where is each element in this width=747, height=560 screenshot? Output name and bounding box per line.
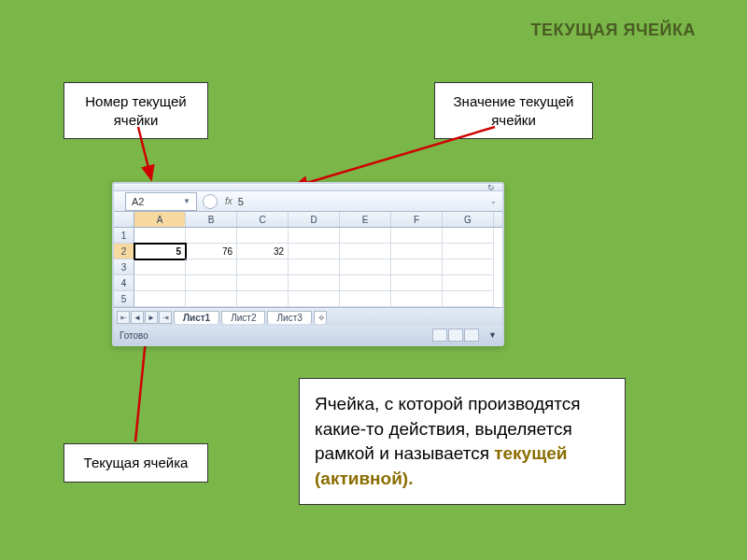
sheet-tab-3[interactable]: Лист3 xyxy=(267,311,311,324)
cell-B2[interactable]: 76 xyxy=(186,244,237,259)
row-3: 3 xyxy=(114,259,502,275)
cell-F2[interactable] xyxy=(391,244,443,259)
column-header-E[interactable]: E xyxy=(340,212,391,227)
callout-cell-number: Номер текущей ячейки xyxy=(63,82,208,139)
cell-F5[interactable] xyxy=(391,291,443,307)
cell-D4[interactable] xyxy=(289,275,340,291)
definition-box: Ячейка, с которой производятся какие-то … xyxy=(299,378,626,505)
sheet-tab-bar: ⇤ ◄ ► ⇥ Лист1 Лист2 Лист3 ✧ xyxy=(114,307,502,326)
formula-bar-expand-icon[interactable]: ⌄ xyxy=(490,197,497,205)
cell-F3[interactable] xyxy=(391,259,443,275)
row-header-1[interactable]: 1 xyxy=(114,228,134,244)
cell-D3[interactable] xyxy=(289,259,340,275)
row-header-4[interactable]: 4 xyxy=(114,275,134,291)
view-pagebreak-icon[interactable] xyxy=(464,329,479,342)
cell-D2[interactable] xyxy=(289,244,340,259)
callout-cell-value: Значение текущей ячейки xyxy=(434,82,593,139)
cell-E4[interactable] xyxy=(340,275,391,291)
sheet-tab-2[interactable]: Лист2 xyxy=(221,311,265,324)
sheet-nav-last-icon[interactable]: ⇥ xyxy=(159,311,172,324)
sheet-nav-prev-icon[interactable]: ◄ xyxy=(131,311,144,324)
column-header-C[interactable]: C xyxy=(237,212,289,227)
row-header-2[interactable]: 2 xyxy=(114,244,134,259)
cell-F4[interactable] xyxy=(391,275,443,291)
cell-C1[interactable] xyxy=(237,228,289,244)
cell-A3[interactable] xyxy=(134,259,186,275)
select-all-corner[interactable] xyxy=(114,212,134,227)
formula-value[interactable]: 5 xyxy=(238,196,244,207)
cell-A4[interactable] xyxy=(134,275,186,291)
row-5: 5 xyxy=(114,291,502,307)
column-headers: A B C D E F G xyxy=(114,212,502,228)
cell-B4[interactable] xyxy=(186,275,237,291)
cell-E3[interactable] xyxy=(340,259,391,275)
fx-label: fx xyxy=(225,196,233,206)
cell-F1[interactable] xyxy=(391,228,443,244)
cell-C3[interactable] xyxy=(237,259,289,275)
column-header-B[interactable]: B xyxy=(186,212,237,227)
name-box-dropdown-icon[interactable]: ▼ xyxy=(183,197,190,205)
excel-top-strip: ↻ xyxy=(114,184,502,191)
cell-B5[interactable] xyxy=(186,291,237,307)
cell-E1[interactable] xyxy=(340,228,391,244)
cell-A5[interactable] xyxy=(134,291,186,307)
callout-active-cell: Текущая ячейка xyxy=(63,443,208,483)
zoom-dropdown-icon[interactable]: ▼ xyxy=(488,330,497,340)
row-header-5[interactable]: 5 xyxy=(114,291,134,307)
sheet-tab-1[interactable]: Лист1 xyxy=(174,311,219,324)
column-header-A[interactable]: A xyxy=(134,212,186,227)
view-buttons xyxy=(432,329,479,342)
cell-E5[interactable] xyxy=(340,291,391,307)
cell-A2[interactable]: 5 xyxy=(134,244,186,259)
column-header-D[interactable]: D xyxy=(289,212,340,227)
spreadsheet-grid[interactable]: A B C D E F G 1 2 5 76 32 3 4 5 xyxy=(114,212,502,307)
excel-window: ↻ A2 ▼ fx 5 ⌄ A B C D E F G 1 2 5 76 xyxy=(112,182,504,346)
row-2: 2 5 76 32 xyxy=(114,244,502,259)
cell-G4[interactable] xyxy=(443,275,494,291)
fx-button-icon[interactable] xyxy=(203,194,218,209)
slide-title: ТЕКУЩАЯ ЯЧЕЙКА xyxy=(531,21,696,40)
column-header-F[interactable]: F xyxy=(391,212,443,227)
cell-B3[interactable] xyxy=(186,259,237,275)
cell-E2[interactable] xyxy=(340,244,391,259)
cell-C2[interactable]: 32 xyxy=(237,244,289,259)
cell-C5[interactable] xyxy=(237,291,289,307)
cell-D1[interactable] xyxy=(289,228,340,244)
status-bar: Готово ▼ xyxy=(114,326,502,344)
cell-B1[interactable] xyxy=(186,228,237,244)
sheet-nav-next-icon[interactable]: ► xyxy=(145,311,158,324)
view-layout-icon[interactable] xyxy=(448,329,463,342)
cell-C4[interactable] xyxy=(237,275,289,291)
row-header-3[interactable]: 3 xyxy=(114,259,134,275)
status-text: Готово xyxy=(120,330,432,341)
row-4: 4 xyxy=(114,275,502,291)
view-normal-icon[interactable] xyxy=(432,329,447,342)
sheet-nav-buttons: ⇤ ◄ ► ⇥ xyxy=(117,311,172,324)
cell-G2[interactable] xyxy=(443,244,494,259)
cell-G1[interactable] xyxy=(443,228,494,244)
row-1: 1 xyxy=(114,228,502,244)
column-header-G[interactable]: G xyxy=(443,212,494,227)
new-sheet-button[interactable]: ✧ xyxy=(314,311,327,324)
name-box[interactable]: A2 ▼ xyxy=(125,192,197,211)
cell-D5[interactable] xyxy=(289,291,340,307)
cell-G3[interactable] xyxy=(443,259,494,275)
cell-A1[interactable] xyxy=(134,228,186,244)
name-box-value: A2 xyxy=(132,196,144,207)
cell-G5[interactable] xyxy=(443,291,494,307)
refresh-icon[interactable]: ↻ xyxy=(487,183,495,192)
formula-bar: A2 ▼ fx 5 ⌄ xyxy=(114,191,502,212)
sheet-nav-first-icon[interactable]: ⇤ xyxy=(117,311,130,324)
